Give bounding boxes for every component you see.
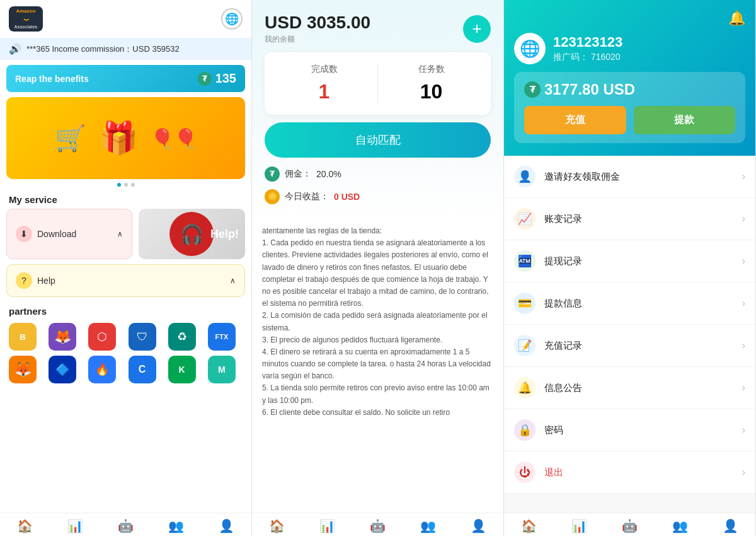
nav-profile-1[interactable]: 👤 (201, 518, 251, 533)
logout-label: 退出 (544, 467, 733, 479)
download-icon: ⬇ (16, 226, 32, 242)
withdrawal-info-label: 提款信息 (544, 298, 733, 310)
stat-divider (377, 64, 378, 103)
announcement-icon: 🔔 (514, 377, 536, 399)
account-chevron: › (742, 213, 745, 224)
partner-grid: B 🦊 ⬡ 🛡 ♻ FTX 🦊 🔷 🔥 C K M (0, 320, 251, 386)
menu-account-records[interactable]: 📈 账变记录 › (504, 198, 755, 240)
download-chevron: ∧ (117, 230, 123, 238)
nav-bot-2[interactable]: 🤖 (353, 518, 403, 533)
download-button[interactable]: ⬇ Download ∧ (6, 209, 132, 259)
users-icon-3: 👥 (672, 518, 688, 533)
commission-row: ₮ 佣金： 20.0% (265, 163, 491, 185)
gift-icon: 🎁 (99, 120, 138, 156)
add-button[interactable]: + (463, 15, 491, 43)
banner-dots (0, 183, 251, 187)
ref-code: 推广码： 716020 (553, 52, 622, 63)
nav-bot-1[interactable]: 🤖 (101, 518, 151, 533)
amazon-logo: Amazon ⌣ Associates (9, 6, 43, 32)
panel-2: USD 3035.00 我的余额 + 完成数 1 任务数 10 自动匹配 ₮ 佣… (252, 0, 504, 536)
help-row: ? Help ∧ (0, 264, 251, 297)
menu-logout[interactable]: ⏻ 退出 › (504, 452, 755, 494)
partner-loop[interactable]: ♻ (168, 323, 196, 351)
recharge-icon: 📝 (514, 335, 536, 356)
partner-binance[interactable]: B (9, 323, 37, 351)
tasks-stat: 任务数 10 (384, 64, 478, 103)
help-text: Help! (210, 228, 239, 241)
menu-password[interactable]: 🔒 密码 › (504, 409, 755, 452)
partner-flame[interactable]: 🔥 (88, 356, 116, 383)
profile-row: 🌐 123123123 推广码： 716020 (514, 33, 745, 64)
nav-home-3[interactable]: 🏠 (504, 518, 554, 533)
account-label: 账变记录 (544, 213, 733, 225)
nav-chart-3[interactable]: 📊 (554, 518, 605, 533)
benefits-bar[interactable]: Reap the benefits ₮ 135 (6, 65, 245, 92)
partner-maker[interactable]: M (208, 356, 236, 383)
tasks-label: 任务数 (384, 64, 478, 75)
help-chevron: ∧ (230, 276, 236, 285)
menu-withdrawal-info[interactable]: 💳 提款信息 › (504, 283, 755, 325)
nav-bot-3[interactable]: 🤖 (605, 518, 655, 533)
panel3-menu: 👤 邀请好友领取佣金 › 📈 账变记录 › 🏧 提现记录 › 💳 提款信息 › … (504, 156, 755, 513)
rules-text: atentamente las reglas de la tienda: 1. … (252, 218, 503, 513)
invite-chevron: › (742, 171, 745, 182)
help-headset: 🎧 (169, 212, 214, 256)
tether-commission-icon: ₮ (265, 166, 280, 182)
help-button[interactable]: ? Help ∧ (6, 264, 245, 297)
nav-profile-2[interactable]: 👤 (453, 518, 503, 533)
dot-3 (131, 183, 135, 187)
panel2-bottom-nav: 🏠 📊 🤖 👥 👤 (252, 513, 503, 536)
coin-income-icon: 🪙 (265, 189, 280, 204)
my-service-label: My service (0, 190, 251, 209)
withdrawal-info-icon: 💳 (514, 293, 536, 314)
partner-shield[interactable]: 🛡 (129, 323, 156, 351)
withdraw-button[interactable]: 提款 (634, 106, 736, 134)
auto-match-button[interactable]: 自动匹配 (265, 122, 491, 158)
partner-kucoin[interactable]: K (168, 356, 196, 383)
withdrawal-chevron: › (742, 255, 745, 267)
menu-announcements[interactable]: 🔔 信息公告 › (504, 367, 755, 409)
password-icon: 🔒 (514, 419, 536, 441)
partner-fox[interactable]: 🦊 (9, 356, 37, 383)
home-icon-2: 🏠 (269, 518, 285, 533)
bot-icon-3: 🤖 (622, 518, 638, 533)
benefits-label: Reap the benefits (15, 74, 89, 84)
nav-users-1[interactable]: 👥 (151, 518, 201, 533)
nav-home-2[interactable]: 🏠 (252, 518, 302, 533)
nav-chart-2[interactable]: 📊 (302, 518, 353, 533)
completed-value: 1 (277, 80, 371, 103)
panel2-top: USD 3035.00 我的余额 + 完成数 1 任务数 10 自动匹配 ₮ 佣… (252, 0, 503, 218)
menu-recharge-records[interactable]: 📝 充值记录 › (504, 325, 755, 367)
help-image: 🎧 Help! (139, 209, 246, 259)
chart-icon-3: 📊 (571, 518, 587, 533)
nav-chart-1[interactable]: 📊 (50, 518, 101, 533)
bell-icon[interactable]: 🔔 (728, 10, 745, 26)
partner-metamask[interactable]: 🦊 (49, 323, 76, 351)
menu-withdrawal-records[interactable]: 🏧 提现记录 › (504, 240, 755, 283)
download-label: Download (37, 229, 76, 239)
account-icon: 📈 (514, 208, 536, 230)
profile-icon: 👤 (219, 518, 234, 533)
recharge-button[interactable]: 充值 (524, 106, 626, 134)
logout-icon: ⏻ (514, 462, 536, 483)
partner-coinbase[interactable]: C (129, 356, 156, 383)
partner-trustwallet[interactable]: ⬡ (88, 323, 116, 351)
recharge-label: 充值记录 (544, 340, 733, 352)
dot-1 (117, 183, 121, 187)
partner-crypto[interactable]: 🔷 (49, 356, 76, 383)
chart-icon: 📊 (67, 518, 83, 533)
globe-button[interactable]: 🌐 (221, 8, 243, 30)
commission-label: 佣金： (285, 168, 311, 180)
nav-users-3[interactable]: 👥 (655, 518, 705, 533)
action-row: 充值 提款 (524, 106, 735, 134)
panel3-header: 🔔 🌐 123123123 推广码： 716020 ₮ 3177.80 USD … (504, 0, 755, 156)
profile-icon-2: 👤 (471, 518, 486, 533)
income-row: 🪙 今日收益： 0 USD (265, 185, 491, 208)
notice-bar: 🔊 ***365 Income commission：USD 359532 (0, 38, 251, 60)
tasks-value: 10 (384, 80, 478, 103)
nav-home-1[interactable]: 🏠 (0, 518, 50, 533)
nav-users-2[interactable]: 👥 (403, 518, 453, 533)
menu-invite-friends[interactable]: 👤 邀请好友领取佣金 › (504, 156, 755, 198)
nav-profile-3[interactable]: 👤 (705, 518, 755, 533)
partner-ftx[interactable]: FTX (208, 323, 236, 351)
